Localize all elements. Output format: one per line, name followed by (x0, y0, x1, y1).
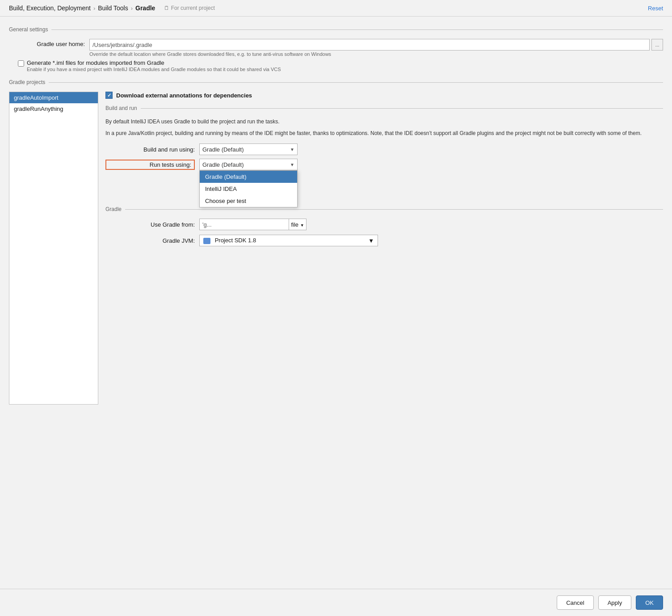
run-tests-using-label: Run tests using: (105, 160, 195, 170)
gradle-user-home-row: Gradle user home: ... Override the defau… (9, 39, 663, 57)
run-tests-using-dropdown[interactable]: Gradle (Default) ▼ (199, 159, 298, 170)
build-run-using-label: Build and run using: (105, 146, 195, 153)
run-tests-dropdown-popup: Gradle (Default) IntelliJ IDEA Choose pe… (199, 170, 298, 207)
download-annotations-checkbox[interactable] (105, 92, 113, 99)
gradle-projects-title: Gradle projects (9, 79, 49, 85)
download-annotations-label: Download external annotations for depend… (116, 92, 252, 99)
apply-button[interactable]: Apply (598, 595, 632, 610)
gradle-jvm-icon (203, 238, 210, 244)
build-run-desc2: In a pure Java/Kotlin project, building … (105, 129, 663, 137)
use-gradle-from-dropdown-suffix[interactable]: file ▼ (289, 219, 307, 230)
run-tests-using-row: Run tests using: Gradle (Default) ▼ Grad… (105, 159, 663, 170)
generate-iml-label: Generate *.iml files for modules importe… (27, 59, 281, 66)
build-run-desc1: By default IntelliJ IDEA uses Gradle to … (105, 118, 663, 126)
projects-list: gradleAutoImport gradleRunAnything (9, 92, 98, 405)
general-settings-header: General settings (9, 26, 663, 33)
run-tests-using-arrow: ▼ (290, 162, 294, 167)
dropdown-option-choose-per-test[interactable]: Choose per test (200, 195, 297, 207)
dropdown-option-intellij-idea[interactable]: IntelliJ IDEA (200, 183, 297, 195)
use-gradle-from-row: Use Gradle from: file ▼ (105, 219, 663, 230)
gradle-subsection: Gradle Use Gradle from: file ▼ (105, 206, 663, 246)
gradle-user-home-input-area: ... Override the default location where … (89, 39, 663, 57)
right-panel: Download external annotations for depend… (98, 92, 663, 405)
run-tests-using-value: Gradle (Default) (202, 161, 244, 168)
header: Build, Execution, Deployment › Build Too… (0, 0, 672, 17)
build-run-line (141, 108, 663, 109)
gradle-subsection-title: Gradle (105, 206, 125, 212)
bottom-bar: Cancel Apply OK (0, 589, 672, 616)
reset-button[interactable]: Reset (648, 5, 663, 12)
build-run-title: Build and run (105, 105, 141, 111)
build-run-using-value: Gradle (Default) (202, 146, 244, 153)
breadcrumb: Build, Execution, Deployment › Build Too… (9, 4, 155, 12)
breadcrumb-part3: Gradle (135, 4, 155, 12)
for-current-project-label: 🗒 For current project (164, 5, 214, 11)
dropdown-option-gradle-default[interactable]: Gradle (Default) (200, 171, 297, 183)
breadcrumb-sep1: › (93, 5, 95, 12)
gradle-subsection-line (125, 209, 663, 210)
build-run-using-dropdown[interactable]: Gradle (Default) ▼ (199, 143, 298, 155)
generate-iml-row: Generate *.iml files for modules importe… (9, 59, 663, 72)
general-settings-line (51, 30, 663, 30)
annotation-checkbox-row: Download external annotations for depend… (105, 92, 663, 99)
gradle-jvm-content: Project SDK 1.8 (203, 237, 256, 244)
breadcrumb-sep2: › (131, 5, 133, 12)
gradle-user-home-hint: Override the default location where Grad… (89, 51, 663, 57)
use-gradle-from-input-combo: file ▼ (199, 219, 307, 230)
ok-button[interactable]: OK (636, 595, 663, 610)
gradle-jvm-row: Gradle JVM: Project SDK 1.8 ▼ (105, 235, 663, 246)
use-gradle-from-input[interactable] (199, 219, 289, 230)
generate-iml-label-area: Generate *.iml files for modules importe… (27, 59, 281, 72)
build-run-section: Build and run By default IntelliJ IDEA u… (105, 105, 663, 170)
gradle-jvm-label: Gradle JVM: (105, 237, 195, 244)
project-item-runanything[interactable]: gradleRunAnything (9, 103, 98, 114)
cancel-button[interactable]: Cancel (557, 595, 593, 610)
gradle-projects-layout: gradleAutoImport gradleRunAnything Downl… (9, 92, 663, 405)
run-tests-dropdown-wrapper: Gradle (Default) ▼ Gradle (Default) Inte… (199, 159, 298, 170)
build-run-header: Build and run (105, 105, 663, 111)
use-gradle-from-suffix-content: file ▼ (291, 221, 304, 228)
gradle-subsection-header: Gradle (105, 206, 663, 212)
gradle-user-home-browse-button[interactable]: ... (651, 39, 663, 51)
project-item-autoimport[interactable]: gradleAutoImport (9, 92, 98, 103)
main-content: General settings Gradle user home: ... O… (0, 17, 672, 589)
general-settings-title: General settings (9, 26, 51, 33)
generate-iml-checkbox[interactable] (18, 60, 24, 67)
gradle-user-home-input[interactable] (89, 39, 650, 51)
build-run-using-row: Build and run using: Gradle (Default) ▼ (105, 143, 663, 155)
breadcrumb-part2: Build Tools (98, 4, 128, 12)
gradle-jvm-dropdown[interactable]: Project SDK 1.8 ▼ (199, 235, 378, 246)
generate-iml-hint: Enable if you have a mixed project with … (27, 67, 281, 72)
gradle-projects-line (49, 82, 663, 83)
gradle-projects-header: Gradle projects (9, 79, 663, 85)
breadcrumb-part1: Build, Execution, Deployment (9, 4, 91, 12)
use-gradle-from-label: Use Gradle from: (105, 221, 195, 228)
build-run-using-arrow: ▼ (290, 147, 294, 152)
gradle-jvm-arrow: ▼ (368, 237, 374, 244)
gradle-user-home-label: Gradle user home: (18, 39, 89, 47)
gradle-user-home-input-row: ... (89, 39, 663, 51)
